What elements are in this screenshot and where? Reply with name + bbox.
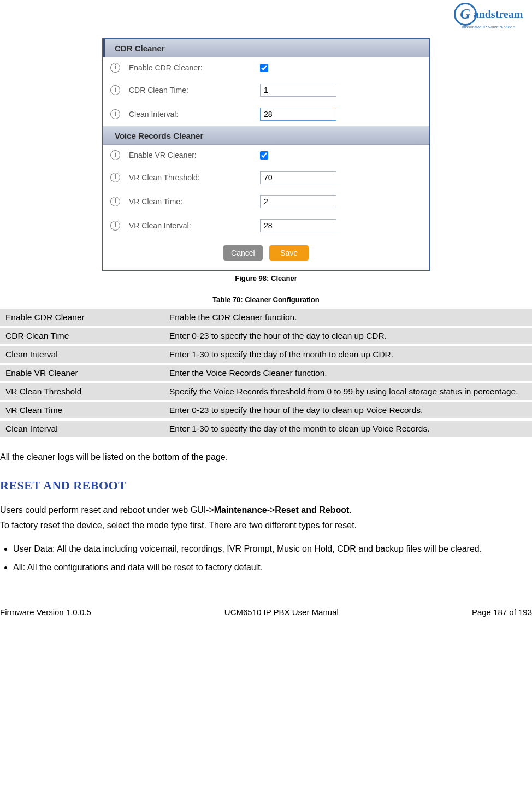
input-vr-interval[interactable] <box>260 219 336 232</box>
logo-text: andstream <box>474 8 523 21</box>
table-key: Enable VR Cleaner <box>0 365 164 381</box>
table-value: Enter 0-23 to specify the hour of the da… <box>164 328 532 344</box>
page-footer: Firmware Version 1.0.0.5 UCM6510 IP PBX … <box>0 607 532 617</box>
table-key: Clean Interval <box>0 346 164 363</box>
text: . <box>349 505 351 515</box>
text: Users could perform reset and reboot und… <box>0 505 214 515</box>
table-row: VR Clean TimeEnter 0-23 to specify the h… <box>0 402 532 418</box>
footer-center: UCM6510 IP PBX User Manual <box>224 607 339 617</box>
label-enable-cdr: Enable CDR Cleaner: <box>129 63 260 72</box>
row-vr-threshold: i VR Clean Threshold: <box>103 166 429 190</box>
bold-reset-reboot: Reset and Reboot <box>275 505 349 515</box>
section-cdr-cleaner: CDR Cleaner <box>103 39 429 57</box>
table-row: Enable VR CleanerEnter the Voice Records… <box>0 365 532 381</box>
button-row: Cancel Save <box>103 238 429 270</box>
table-caption: Table 70: Cleaner Configuration <box>0 296 532 304</box>
reset-paragraph-1: Users could perform reset and reboot und… <box>0 504 532 517</box>
row-vr-interval: i VR Clean Interval: <box>103 214 429 238</box>
note-text: All the cleaner logs will be listed on t… <box>0 451 532 463</box>
table-value: Specify the Voice Records threshold from… <box>164 383 532 400</box>
info-icon[interactable]: i <box>110 173 120 182</box>
input-clean-interval[interactable] <box>260 108 336 121</box>
cleaner-panel: CDR Cleaner i Enable CDR Cleaner: i CDR … <box>102 38 430 271</box>
label-enable-vr: Enable VR Cleaner: <box>129 151 260 160</box>
text: -> <box>267 505 275 515</box>
info-icon[interactable]: i <box>110 197 120 206</box>
row-clean-interval: i Clean Interval: <box>103 102 429 126</box>
info-icon[interactable]: i <box>110 221 120 231</box>
info-icon[interactable]: i <box>110 109 120 119</box>
footer-right: Page 187 of 193 <box>472 607 532 617</box>
input-vr-time[interactable] <box>260 195 336 208</box>
brand-logo: Gandstream Innovative IP Voice & Video <box>445 3 532 29</box>
table-row: Clean IntervalEnter 1-30 to specify the … <box>0 346 532 363</box>
reset-paragraph-2: To factory reset the device, select the … <box>0 519 532 532</box>
label-clean-interval: Clean Interval: <box>129 110 260 119</box>
save-button[interactable]: Save <box>269 245 309 261</box>
reset-bullets: User Data: All the data including voicem… <box>13 542 532 574</box>
info-icon[interactable]: i <box>110 150 120 160</box>
section-vr-cleaner: Voice Records Cleaner <box>103 126 429 145</box>
label-vr-interval: VR Clean Interval: <box>129 221 260 230</box>
label-cdr-time: CDR Clean Time: <box>129 86 260 95</box>
config-table: Enable CDR CleanerEnable the CDR Cleaner… <box>0 307 532 439</box>
table-key: CDR Clean Time <box>0 328 164 344</box>
table-row: CDR Clean TimeEnter 0-23 to specify the … <box>0 328 532 344</box>
table-row: VR Clean ThresholdSpecify the Voice Reco… <box>0 383 532 400</box>
logo-tagline: Innovative IP Voice & Video <box>445 25 532 29</box>
label-vr-time: VR Clean Time: <box>129 197 260 206</box>
table-key: VR Clean Threshold <box>0 383 164 400</box>
table-key: Enable CDR Cleaner <box>0 309 164 326</box>
table-value: Enter 0-23 to specify the hour of the da… <box>164 402 532 418</box>
input-cdr-time[interactable] <box>260 84 336 97</box>
table-row: Enable CDR CleanerEnable the CDR Cleaner… <box>0 309 532 326</box>
table-value: Enter 1-30 to specify the day of the mon… <box>164 346 532 363</box>
table-value: Enter 1-30 to specify the day of the mon… <box>164 421 532 437</box>
figure-caption: Figure 98: Cleaner <box>0 274 532 282</box>
bold-maintenance: Maintenance <box>214 505 267 515</box>
row-vr-time: i VR Clean Time: <box>103 190 429 214</box>
table-row: Clean IntervalEnter 1-30 to specify the … <box>0 421 532 437</box>
list-item: All: All the configurations and data wil… <box>13 560 532 575</box>
footer-left: Firmware Version 1.0.0.5 <box>0 607 91 617</box>
list-item: User Data: All the data including voicem… <box>13 542 532 556</box>
cancel-button[interactable]: Cancel <box>223 245 263 261</box>
row-enable-vr: i Enable VR Cleaner: <box>103 145 429 166</box>
heading-reset-reboot: RESET AND REBOOT <box>0 479 532 493</box>
checkbox-enable-cdr[interactable] <box>260 64 268 72</box>
label-vr-threshold: VR Clean Threshold: <box>129 173 260 182</box>
table-value: Enable the CDR Cleaner function. <box>164 309 532 326</box>
row-cdr-time: i CDR Clean Time: <box>103 78 429 102</box>
table-value: Enter the Voice Records Cleaner function… <box>164 365 532 381</box>
table-key: Clean Interval <box>0 421 164 437</box>
row-enable-cdr: i Enable CDR Cleaner: <box>103 57 429 78</box>
checkbox-enable-vr[interactable] <box>260 151 268 160</box>
info-icon[interactable]: i <box>110 85 120 95</box>
input-vr-threshold[interactable] <box>260 171 336 184</box>
table-key: VR Clean Time <box>0 402 164 418</box>
info-icon[interactable]: i <box>110 63 120 73</box>
